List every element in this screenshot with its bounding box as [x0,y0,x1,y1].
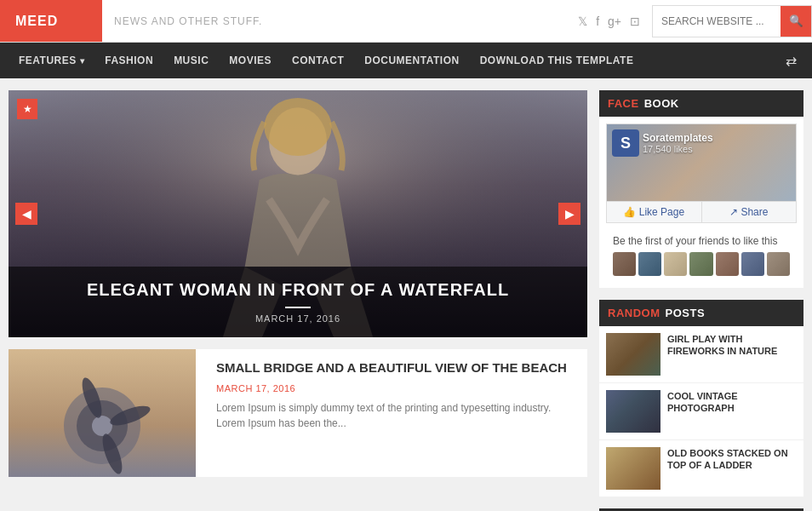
logo[interactable]: MEED [0,0,102,42]
search-area: 🔍 [652,5,812,37]
facebook-friend-avatars [613,252,790,276]
instagram-icon[interactable]: ⊡ [630,14,640,28]
random-posts-header: RANDOM POSTS [599,300,803,326]
random-posts-section: RANDOM POSTS GIRL PLAY WITH FIREWORKS IN… [599,300,803,497]
twitter-icon[interactable]: 𝕏 [578,14,587,28]
rp-image-3 [606,447,660,490]
svg-point-3 [264,98,331,156]
random-post-3: OLD BOOKS STACKED ON TOP OF A LADDER [599,440,803,497]
rp-title-2[interactable]: COOL VINTAGE PHOTOGRAPH [667,390,797,415]
article-thumbnail [9,349,196,477]
friend-avatar-5 [716,252,739,276]
shuffle-icon[interactable]: ⇄ [779,53,803,69]
facebook-section: FACE BOOK S Soratemplates 17,540 likes [599,90,803,288]
article-thumb-image [9,349,196,477]
sidebar: FACE BOOK S Soratemplates 17,540 likes [599,90,803,511]
fb-page-info: Soratemplates 17,540 likes [643,132,713,154]
random-posts-title: POSTS [666,307,706,319]
featured-post: ★ ◀ ▶ ELEGANT WOMAN IN FRONT OF A WATERF… [9,90,587,337]
friend-avatar-3 [664,252,687,276]
search-button[interactable]: 🔍 [781,6,811,37]
facebook-preview-image: S Soratemplates 17,540 likes [607,124,796,201]
facebook-header: FACE BOOK [599,90,803,117]
friend-avatar-2 [638,252,661,276]
friend-avatar-4 [689,252,712,276]
rp-info-1: GIRL PLAY WITH FIREWORKS IN NATURE [667,333,797,358]
main-layout: ★ ◀ ▶ ELEGANT WOMAN IN FRONT OF A WATERF… [0,78,812,511]
random-posts-accent: RANDOM [608,307,660,319]
random-post-1: GIRL PLAY WITH FIREWORKS IN NATURE [599,326,803,383]
rp-image-1 [606,333,660,376]
random-posts-list: GIRL PLAY WITH FIREWORKS IN NATURE COOL … [599,326,803,497]
rp-info-3: OLD BOOKS STACKED ON TOP OF A LADDER [667,447,797,472]
facebook-like-button[interactable]: 👍 Like Page [607,202,702,222]
nav-documentation[interactable]: DOCUMENTATION [354,43,469,78]
google-plus-icon[interactable]: g+ [608,14,621,28]
chevron-down-icon: ▾ [80,56,85,66]
facebook-icon[interactable]: f [596,14,599,28]
nav-features[interactable]: FEATURES ▾ [9,43,94,78]
featured-star-badge: ★ [17,99,37,119]
rp-thumb-2 [606,390,660,433]
article-card-1: SMALL BRIDGE AND A BEAUTIFUL VIEW OF THE… [9,349,587,477]
rp-title-1[interactable]: GIRL PLAY WITH FIREWORKS IN NATURE [667,333,797,358]
rp-thumb-3 [606,447,660,490]
caption-divider [285,307,311,308]
nav-fashion[interactable]: FASHION [94,43,163,78]
facebook-accent: FACE [608,97,639,110]
sora-templates-icon: S [612,129,639,157]
friend-avatar-1 [613,252,636,276]
nav-music[interactable]: MUSIC [163,43,219,78]
featured-title: ELEGANT WOMAN IN FRONT OF A WATERFALL [22,280,574,300]
friend-avatar-7 [767,252,790,276]
rp-info-2: COOL VINTAGE PHOTOGRAPH [667,390,797,415]
prev-slide-button[interactable]: ◀ [15,203,37,225]
fb-page-name: Soratemplates [643,132,713,144]
facebook-actions: 👍 Like Page ↗ Share [607,201,796,222]
featured-date: MARCH 17, 2016 [22,313,574,324]
content-area: ★ ◀ ▶ ELEGANT WOMAN IN FRONT OF A WATERF… [9,90,587,511]
facebook-page-logo: S Soratemplates 17,540 likes [612,129,713,157]
nav-download[interactable]: DOWNLOAD THIS TEMPLATE [470,43,644,78]
article-excerpt: Lorem Ipsum is simply dummy text of the … [216,400,579,431]
article-date: MARCH 17, 2016 [216,383,579,393]
header: MEED NEWS AND OTHER STUFF. 𝕏 f g+ ⊡ 🔍 [0,0,812,43]
facebook-box: S Soratemplates 17,540 likes 👍 Like Page… [599,117,803,288]
featured-image: ★ ◀ ▶ ELEGANT WOMAN IN FRONT OF A WATERF… [9,90,587,337]
nav-movies[interactable]: MOVIES [219,43,282,78]
nav-contact[interactable]: CONTACT [282,43,354,78]
rp-image-2 [606,390,660,433]
fb-page-likes: 17,540 likes [643,144,713,154]
facebook-friends-text: Be the first of your friends to like thi… [606,230,797,281]
article-info: SMALL BRIDGE AND A BEAUTIFUL VIEW OF THE… [208,349,587,477]
tagline: NEWS AND OTHER STUFF. [102,15,566,27]
article-title[interactable]: SMALL BRIDGE AND A BEAUTIFUL VIEW OF THE… [216,359,579,376]
social-icons: 𝕏 f g+ ⊡ [566,14,652,28]
featured-caption: ELEGANT WOMAN IN FRONT OF A WATERFALL MA… [9,267,587,337]
rp-thumb-1 [606,333,660,376]
svg-point-7 [92,416,112,436]
facebook-share-button[interactable]: ↗ Share [702,202,797,222]
article-thumb-svg [9,349,196,477]
next-slide-button[interactable]: ▶ [558,203,580,225]
facebook-title: BOOK [644,97,679,110]
friend-avatar-6 [741,252,764,276]
search-input[interactable] [653,10,781,32]
rp-title-3[interactable]: OLD BOOKS STACKED ON TOP OF A LADDER [667,447,797,472]
random-post-2: COOL VINTAGE PHOTOGRAPH [599,383,803,440]
nav: FEATURES ▾ FASHION MUSIC MOVIES CONTACT … [0,43,812,78]
facebook-preview: S Soratemplates 17,540 likes 👍 Like Page… [606,123,797,223]
